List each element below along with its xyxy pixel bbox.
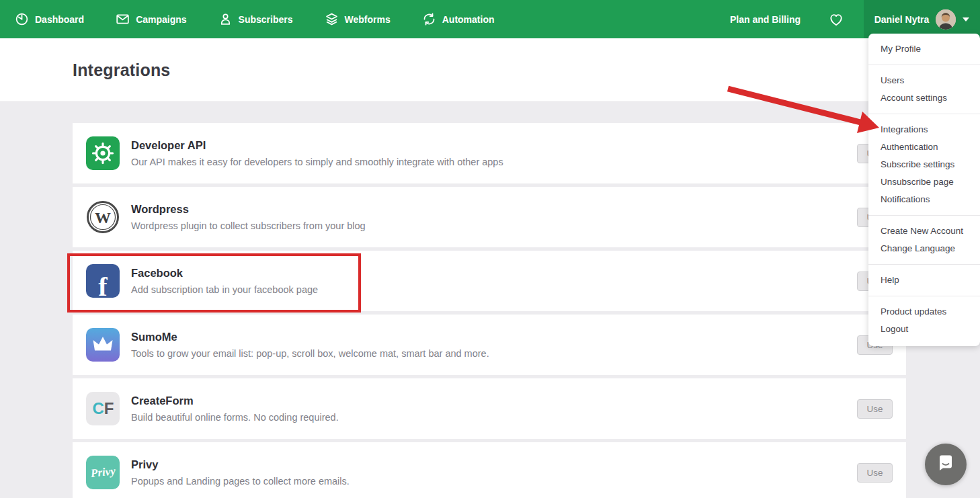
menu-section-profile: My Profile [868,34,980,65]
campaigns-envelope-icon [116,12,130,26]
integrations-page: Dashboard Campaigns Subscribers Webforms [0,0,980,498]
wordpress-icon: W [86,200,120,234]
integration-texts: SumoMe Tools to grow your email list: po… [131,331,489,359]
user-dropdown-menu: My Profile Users Account settings Integr… [868,34,980,346]
automation-refresh-icon [422,12,436,26]
integration-description: Build beautiful online forms. No coding … [131,412,339,423]
integration-texts: Privy Popups and Landing pages to collec… [131,458,350,487]
integration-row-developer-api: Developer API Our API makes it easy for … [73,123,906,183]
user-name: Daniel Nytra [874,14,930,25]
page-header: Integrations [0,38,980,102]
integration-name: Privy [131,458,350,471]
menu-item-notifications[interactable]: Notifications [868,191,980,208]
integration-description: Our API makes it easy for developers to … [131,157,503,167]
menu-section-account: Users Account settings [868,65,980,114]
integration-row-privy: Privy Privy Popups and Landing pages to … [73,442,906,498]
privy-logo-word: Privy [90,464,116,481]
integration-texts: CreateForm Build beautiful online forms.… [131,395,339,423]
menu-item-my-profile[interactable]: My Profile [868,40,980,58]
menu-section-account-actions: Create New Account Change Language [868,215,980,264]
nav-item-webforms[interactable]: Webforms [325,12,391,26]
page-title: Integrations [73,60,170,80]
nav-item-label: Dashboard [35,14,84,25]
menu-item-authentication[interactable]: Authentication [868,138,980,156]
menu-item-subscribe-settings[interactable]: Subscribe settings [868,156,980,173]
menu-item-help[interactable]: Help [868,272,980,289]
webforms-layers-icon [325,12,339,26]
use-button-createform[interactable]: Use [857,399,893,419]
menu-item-users[interactable]: Users [868,72,980,89]
sumome-crown-icon [86,328,120,362]
nav-item-automation[interactable]: Automation [422,12,495,26]
privy-icon: Privy [86,456,120,489]
svg-text:W: W [95,209,111,226]
nav-item-label: Campaigns [136,14,186,25]
integration-description: Popups and Landing pages to collect more… [131,476,350,487]
nav-item-label: Webforms [345,14,391,25]
nav-item-subscribers[interactable]: Subscribers [218,12,293,26]
integration-name: Wordpress [131,203,366,216]
integration-row-sumome: SumoMe Tools to grow your email list: po… [73,315,906,375]
dashboard-clock-icon [15,12,29,26]
chevron-down-icon [963,17,969,22]
integration-texts: Facebook Add subscription tab in your fa… [131,267,318,295]
integration-description: Add subscription tab in your facebook pa… [131,284,318,295]
menu-item-unsubscribe-page[interactable]: Unsubscribe page [868,173,980,191]
menu-item-integrations[interactable]: Integrations [868,121,980,138]
menu-item-account-settings[interactable]: Account settings [868,89,980,107]
integration-name: SumoMe [131,331,489,343]
nav-item-label: Automation [442,14,495,25]
chat-launcher-button[interactable] [925,444,967,485]
integration-row-wordpress: W Wordpress Wordpress plugin to collect … [73,187,906,247]
use-button-privy[interactable]: Use [857,463,893,483]
facebook-icon: f [86,264,120,298]
menu-section-settings: Integrations Authentication Subscribe se… [868,114,980,215]
avatar [936,9,956,30]
nav-item-campaigns[interactable]: Campaigns [116,12,186,26]
menu-item-create-new-account[interactable]: Create New Account [868,222,980,240]
cf-letter-f: F [104,399,114,418]
menu-item-change-language[interactable]: Change Language [868,240,980,257]
integration-name: Developer API [131,139,503,152]
gear-icon [86,136,120,170]
plan-and-billing-link[interactable]: Plan and Billing [730,14,801,25]
nav-item-dashboard[interactable]: Dashboard [15,12,84,26]
integration-texts: Developer API Our API makes it easy for … [131,139,503,167]
top-navbar: Dashboard Campaigns Subscribers Webforms [0,0,980,38]
cf-letter-c: C [92,399,104,418]
integration-row-facebook: f Facebook Add subscription tab in your … [73,251,906,311]
menu-section-help: Help [868,264,980,296]
integration-name: Facebook [131,267,318,280]
nav-left-group: Dashboard Campaigns Subscribers Webforms [0,12,495,26]
integrations-list: Developer API Our API makes it easy for … [73,123,906,498]
user-menu-button[interactable]: Daniel Nytra [864,0,980,38]
integration-row-createform: CF CreateForm Build beautiful online for… [73,378,906,439]
createform-cf-icon: CF [86,392,120,425]
subscribers-person-icon [218,12,233,26]
integration-name: CreateForm [131,395,339,407]
chat-bubble-icon [935,452,956,476]
heart-icon[interactable] [829,13,844,26]
menu-section-session: Product updates Logout [868,296,980,345]
menu-item-product-updates[interactable]: Product updates [868,303,980,321]
menu-item-logout[interactable]: Logout [868,321,980,338]
integration-texts: Wordpress Wordpress plugin to collect su… [131,203,366,231]
integration-description: Wordpress plugin to collect subscribers … [131,220,366,231]
nav-right-group: Plan and Billing Daniel Nytra [730,0,980,38]
integration-description: Tools to grow your email list: pop-up, s… [131,348,489,359]
main-content: Developer API Our API makes it easy for … [0,102,980,498]
nav-item-label: Subscribers [239,14,293,25]
